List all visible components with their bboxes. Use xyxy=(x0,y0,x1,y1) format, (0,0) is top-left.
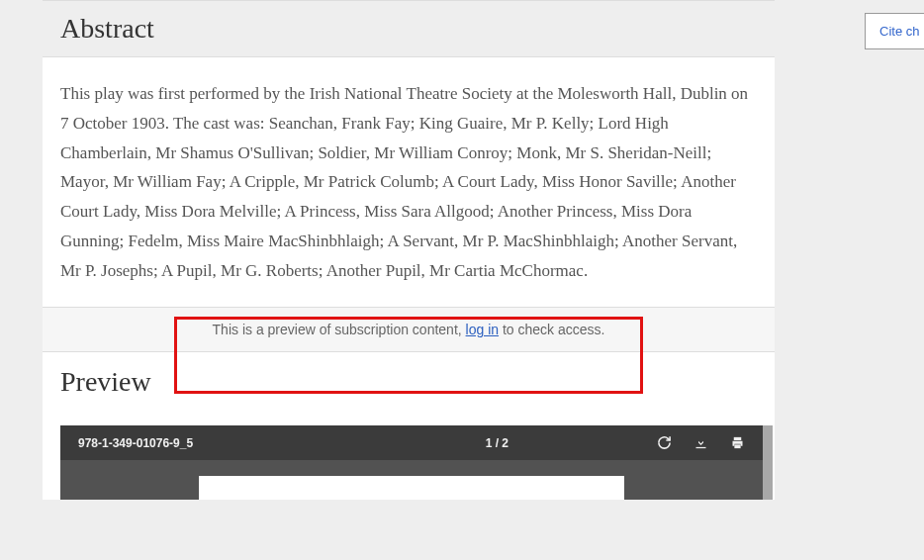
pdf-filename: 978-1-349-01076-9_5 xyxy=(78,436,193,450)
paywall-suffix: to check access. xyxy=(499,322,604,337)
download-icon[interactable] xyxy=(693,435,708,450)
paywall-prefix: This is a preview of subscription conten… xyxy=(213,322,466,337)
pdf-body[interactable] xyxy=(60,460,763,500)
pdf-toolbar-icons xyxy=(657,435,745,450)
rotate-icon[interactable] xyxy=(657,435,672,450)
pdf-toolbar: 978-1-349-01076-9_5 1 / 2 xyxy=(60,425,763,460)
abstract-header: Abstract xyxy=(43,0,775,57)
login-link[interactable]: log in xyxy=(466,322,499,337)
svg-rect-1 xyxy=(734,437,742,440)
pdf-viewer: 978-1-349-01076-9_5 1 / 2 xyxy=(60,425,773,500)
sidebar: Cite ch xyxy=(833,0,924,560)
print-icon[interactable] xyxy=(730,435,745,450)
preview-heading: Preview xyxy=(60,366,757,398)
paywall-notice: This is a preview of subscription conten… xyxy=(43,307,775,352)
pdf-page xyxy=(199,476,624,500)
main-content: Abstract This play was first performed b… xyxy=(43,0,775,500)
abstract-body: This play was first performed by the Iri… xyxy=(43,57,775,307)
cite-chapter-button[interactable]: Cite ch xyxy=(865,13,924,49)
preview-section: Preview 978-1-349-01076-9_5 1 / 2 xyxy=(43,352,775,500)
pdf-page-indicator: 1 / 2 xyxy=(486,436,508,450)
svg-rect-2 xyxy=(734,445,740,449)
abstract-text: This play was first performed by the Iri… xyxy=(60,79,757,285)
abstract-heading: Abstract xyxy=(60,13,775,45)
svg-rect-0 xyxy=(696,447,706,448)
